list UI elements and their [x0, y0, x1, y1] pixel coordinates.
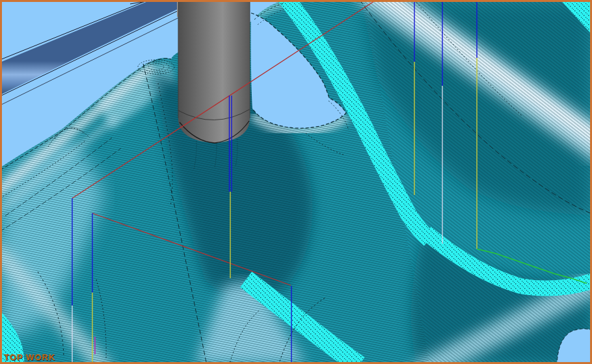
cutting-tool — [177, 0, 250, 143]
view-orientation-label: TOP WORK — [4, 352, 55, 362]
cam-viewport[interactable]: TOP WORK — [0, 0, 592, 364]
viewport-3d-scene[interactable] — [0, 0, 592, 364]
